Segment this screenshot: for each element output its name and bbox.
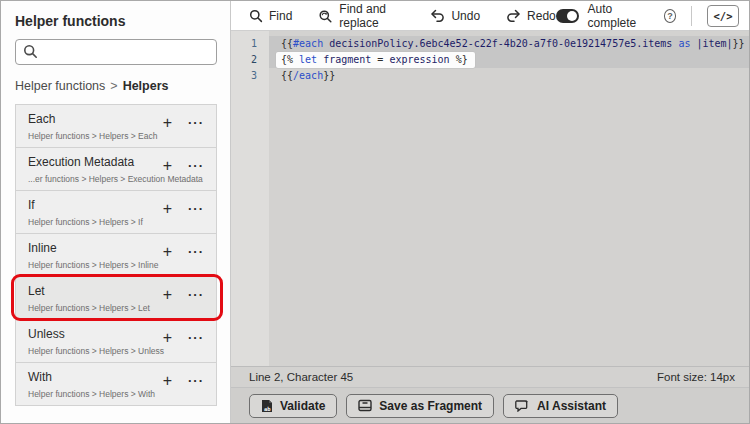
search-wrap [15,39,217,65]
search-icon [23,44,38,59]
code-line-2[interactable]: 2 {% let fragment = expression %} [231,52,749,68]
expression-editor-window: Helper functions Helper functions>Helper… [0,0,750,424]
cursor-position-status: Line 2, Character 45 [249,371,353,383]
add-helper-button[interactable]: + [163,201,172,217]
font-size-status: Font size: 14px [657,371,735,383]
auto-complete-toggle[interactable] [556,9,579,23]
svg-text:ab: ab [264,405,271,411]
add-helper-button[interactable]: + [163,330,172,346]
find-and-replace-button[interactable]: Find and replace [318,2,404,30]
editor-toolbar: Find Find and replace Undo [231,1,749,31]
add-helper-button[interactable]: + [163,244,172,260]
more-options-button[interactable]: ··· [188,244,204,260]
editor-statusbar: Line 2, Character 45 Font size: 14px [231,366,749,387]
undo-button[interactable]: Undo [430,9,480,23]
help-icon[interactable]: ? [664,9,677,23]
helper-card-path: ...er functions > Helpers > Execution Me… [28,174,206,184]
code-editor[interactable]: 1 {{#each decisionPolicy.6ebc4e52-c22f-4… [231,31,749,366]
helper-card-path: Helper functions > Helpers > Unless [28,346,206,356]
editor-panel: Find Find and replace Undo [231,1,749,423]
validate-label: Validate [280,399,325,413]
breadcrumb-parent[interactable]: Helper functions [15,79,105,93]
undo-label: Undo [451,9,480,23]
code-line-3[interactable]: 3 {{/each}} [231,68,749,84]
find-and-replace-icon [318,9,333,23]
helper-card-each[interactable]: Each Helper functions > Helpers > Each +… [15,104,217,148]
validate-button[interactable]: ab Validate [249,394,337,418]
code-line-content: {% let fragment = expression %} [269,52,749,68]
save-as-fragment-label: Save as Fragment [379,399,482,413]
helper-card-with[interactable]: With Helper functions > Helpers > With +… [15,362,217,406]
redo-label: Redo [527,9,556,23]
save-as-fragment-button[interactable]: Save as Fragment [346,394,494,418]
editor-actionbar: ab Validate Save as Fragment AI Assistan… [231,387,749,423]
helper-card-path: Helper functions > Helpers > Each [28,131,206,141]
line-number: 2 [231,52,269,68]
code-line-content: {{#each decisionPolicy.6ebc4e52-c22f-4b2… [269,36,749,52]
find-icon [249,9,263,23]
ai-assistant-label: AI Assistant [537,399,606,413]
helper-card-if[interactable]: If Helper functions > Helpers > If + ··· [15,190,217,234]
helper-functions-sidebar: Helper functions Helper functions>Helper… [1,1,231,423]
sidebar-title: Helper functions [1,1,230,35]
more-options-button[interactable]: ··· [188,330,204,346]
add-helper-button[interactable]: + [163,115,172,131]
more-options-button[interactable]: ··· [188,201,204,217]
helper-card-list: Each Helper functions > Helpers > Each +… [15,104,217,406]
ai-assistant-icon [515,399,530,412]
add-helper-button[interactable]: + [163,287,172,303]
find-and-replace-label: Find and replace [339,2,404,30]
helper-card-unless[interactable]: Unless Helper functions > Helpers > Unle… [15,319,217,363]
more-options-button[interactable]: ··· [188,115,204,131]
find-label: Find [269,9,292,23]
code-line-content: {{/each}} [269,68,749,84]
helper-card-let[interactable]: Let Helper functions > Helpers > Let + ·… [15,276,217,320]
more-options-button[interactable]: ··· [188,373,204,389]
auto-complete-label: Auto complete [588,2,655,30]
more-options-button[interactable]: ··· [188,287,204,303]
toolbar-divider [691,6,692,26]
more-options-button[interactable]: ··· [188,158,204,174]
breadcrumb: Helper functions>Helpers [1,65,230,103]
line-number: 1 [231,36,269,52]
save-fragment-icon [358,399,372,412]
redo-button[interactable]: Redo [506,9,556,23]
helper-card-path: Helper functions > Helpers > Inline [28,260,206,270]
add-helper-button[interactable]: + [163,158,172,174]
find-button[interactable]: Find [249,9,292,23]
add-helper-button[interactable]: + [163,373,172,389]
redo-icon [506,9,521,22]
undo-icon [430,9,445,22]
search-input[interactable] [15,39,217,65]
breadcrumb-separator: > [105,79,122,93]
inserted-fragment-highlight: {% let fragment = expression %} [276,52,475,68]
helper-card-path: Helper functions > Helpers > Let [28,303,206,313]
validate-icon: ab [261,399,273,413]
ai-assistant-button[interactable]: AI Assistant [503,394,618,418]
helper-card-execution-metadata[interactable]: Execution Metadata ...er functions > Hel… [15,147,217,191]
helper-card-path: Helper functions > Helpers > If [28,217,206,227]
helper-card-inline[interactable]: Inline Helper functions > Helpers > Inli… [15,233,217,277]
breadcrumb-current: Helpers [123,79,169,93]
line-number: 3 [231,68,269,84]
code-view-toggle-button[interactable]: </> [707,5,739,27]
helper-card-path: Helper functions > Helpers > With [28,389,206,399]
code-line-1[interactable]: 1 {{#each decisionPolicy.6ebc4e52-c22f-4… [231,36,749,52]
